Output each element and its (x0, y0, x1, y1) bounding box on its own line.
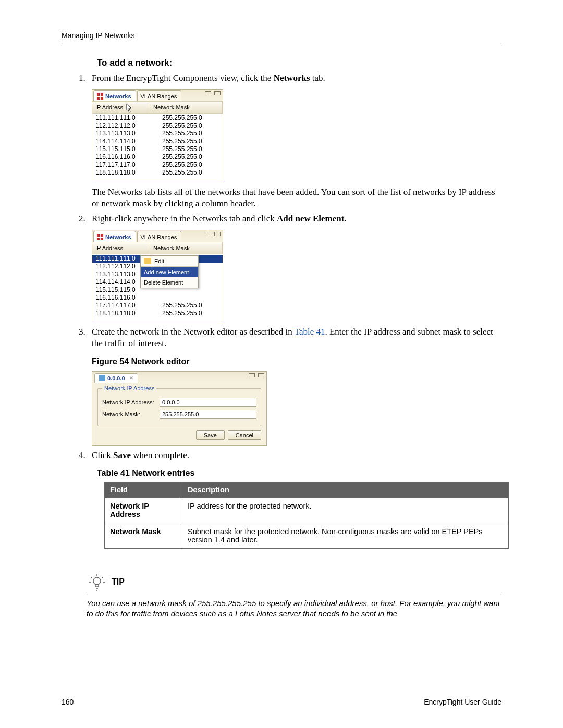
menu-label: Edit (154, 257, 164, 265)
step-text: Click (92, 450, 113, 460)
network-editor-panel: 0.0.0.0 ✕ Network IP Address Network IP … (92, 371, 267, 446)
figure-caption: Figure 54 Network editor (92, 356, 501, 367)
cell-ip: 111.111.111.0 (95, 255, 146, 263)
step-1: From the EncrypTight Components view, cl… (88, 72, 501, 209)
editor-body: Network IP Address Network IP Address: N… (92, 383, 266, 445)
table-row[interactable]: 117.117.117.0255.255.255.0 (92, 302, 223, 310)
th-desc: Description (182, 482, 509, 497)
step-post-text: The Networks tab lists all of the networ… (92, 187, 495, 208)
tab-networks[interactable]: Networks (93, 90, 136, 101)
cell-ip: 115.115.115.0 (95, 286, 146, 294)
tab-vlan[interactable]: VLAN Ranges (137, 231, 182, 242)
minimize-icon[interactable] (205, 232, 211, 236)
save-button[interactable]: Save (196, 430, 225, 440)
editor-tab[interactable]: 0.0.0.0 ✕ (94, 373, 138, 383)
tip-rule (87, 595, 501, 595)
tab-label: VLAN Ranges (141, 233, 177, 241)
tab-strip: Networks VLAN Ranges (92, 230, 223, 242)
cell-ip: 113.113.113.0 (95, 270, 146, 278)
table-row[interactable]: 116.116.116.0 (92, 294, 223, 302)
running-header: Managing IP Networks (62, 31, 501, 40)
tab-label: Networks (105, 93, 131, 100)
table-caption: Table 41 Network entries (97, 468, 501, 478)
col-ip[interactable]: IP Address (92, 102, 150, 113)
lightbulb-icon (87, 572, 107, 593)
col-mask[interactable]: Network Mask (150, 242, 223, 254)
minimize-icon[interactable] (205, 91, 211, 95)
page-number: 160 (62, 698, 74, 706)
tip-text: You can use a network mask of 255.255.25… (87, 598, 501, 620)
table-row[interactable]: 113.113.113.0255.255.255.0 (92, 130, 223, 138)
cell-ip: 117.117.117.0 (95, 161, 146, 169)
table-row[interactable]: 111.111.111.0255.255.255.0 (92, 114, 223, 122)
network-icon (99, 375, 105, 381)
button-row: Save Cancel (97, 430, 261, 440)
cell-mask: 255.255.255.0 (146, 122, 202, 130)
col-mask[interactable]: Network Mask (150, 102, 223, 113)
network-entries-table: Field Description Network IP Address IP … (104, 482, 509, 549)
step-2: Right-click anywhere in the Networks tab… (88, 213, 501, 322)
tab-networks[interactable]: Networks (93, 231, 136, 242)
cell-mask: 255.255.255.0 (146, 310, 202, 317)
tip-label: TIP (112, 577, 125, 587)
maximize-icon[interactable] (214, 232, 221, 236)
table-row[interactable]: 118.118.118.0255.255.255.0 (92, 310, 223, 317)
cell-ip: 114.114.114.0 (95, 138, 146, 145)
cell-ip: 116.116.116.0 (95, 294, 146, 302)
table-body: 111.111.111.0255 112.112.112.0 113.113.1… (92, 254, 223, 322)
minimize-icon[interactable] (249, 373, 255, 377)
maximize-icon[interactable] (214, 91, 221, 95)
network-mask-input[interactable] (160, 410, 256, 419)
tip-block: TIP You can use a network mask of 255.25… (87, 572, 501, 620)
tab-vlan[interactable]: VLAN Ranges (137, 90, 182, 101)
menu-delete-element[interactable]: Delete Element (141, 277, 198, 288)
svg-point-0 (93, 577, 101, 585)
col-ip[interactable]: IP Address (92, 242, 150, 254)
table-row[interactable]: 116.116.116.0255.255.255.0 (92, 153, 223, 161)
cell-field: Network Mask (105, 523, 182, 548)
cell-ip: 117.117.117.0 (95, 302, 146, 310)
cell-ip: 114.114.114.0 (95, 278, 146, 286)
network-ip-input[interactable] (160, 398, 256, 407)
networks-icon (97, 234, 103, 240)
cell-desc: IP address for the protected network. (182, 497, 509, 523)
step-bold: Save (113, 450, 131, 460)
mask-label: Network Mask: (102, 411, 160, 418)
form-row-mask: Network Mask: (102, 410, 256, 419)
step-text: when complete. (131, 450, 189, 460)
cell-mask: 255.255.255.0 (146, 153, 202, 161)
cell-mask: 255.255.255.0 (146, 130, 202, 138)
editor-tab-label: 0.0.0.0 (107, 375, 125, 382)
menu-label: Add new Element (144, 268, 189, 276)
cell-ip: 112.112.112.0 (95, 263, 146, 270)
panel-controls (249, 373, 264, 377)
step-text: Create the network in the Network editor… (92, 327, 295, 337)
panel-controls (205, 91, 221, 95)
table-row[interactable]: 115.115.115.0255.255.255.0 (92, 145, 223, 153)
menu-add-element[interactable]: Add new Element (141, 267, 198, 277)
step-list: From the EncrypTight Components view, cl… (88, 72, 501, 461)
cancel-button[interactable]: Cancel (228, 430, 261, 440)
menu-edit[interactable]: Edit (141, 256, 198, 267)
networks-icon (97, 93, 103, 100)
step-text: From the EncrypTight Components view, cl… (92, 73, 274, 83)
table-header[interactable]: IP Address Network Mask (92, 101, 223, 114)
panel-controls (205, 232, 221, 236)
context-menu: Edit Add new Element Delete Element (140, 255, 199, 288)
step-bold: Networks (274, 73, 310, 83)
cell-ip: 113.113.113.0 (95, 130, 146, 138)
table-row[interactable]: 117.117.117.0255.255.255.0 (92, 161, 223, 169)
close-icon[interactable]: ✕ (129, 375, 133, 382)
xref-table41[interactable]: Table 41 (295, 327, 325, 337)
maximize-icon[interactable] (258, 373, 264, 377)
form-row-ip: Network IP Address: (102, 398, 256, 407)
cell-mask: 255.255.255.0 (146, 161, 202, 169)
fieldset: Network IP Address Network IP Address: N… (97, 388, 261, 426)
menu-label: Delete Element (144, 279, 183, 286)
table-row[interactable]: 112.112.112.0255.255.255.0 (92, 122, 223, 130)
ip-label: Network IP Address: (102, 399, 160, 406)
table-row[interactable]: 114.114.114.0255.255.255.0 (92, 138, 223, 145)
table-row[interactable]: 118.118.118.0255.255.255.0 (92, 169, 223, 177)
cell-ip: 116.116.116.0 (95, 153, 146, 161)
table-header[interactable]: IP Address Network Mask (92, 242, 223, 254)
